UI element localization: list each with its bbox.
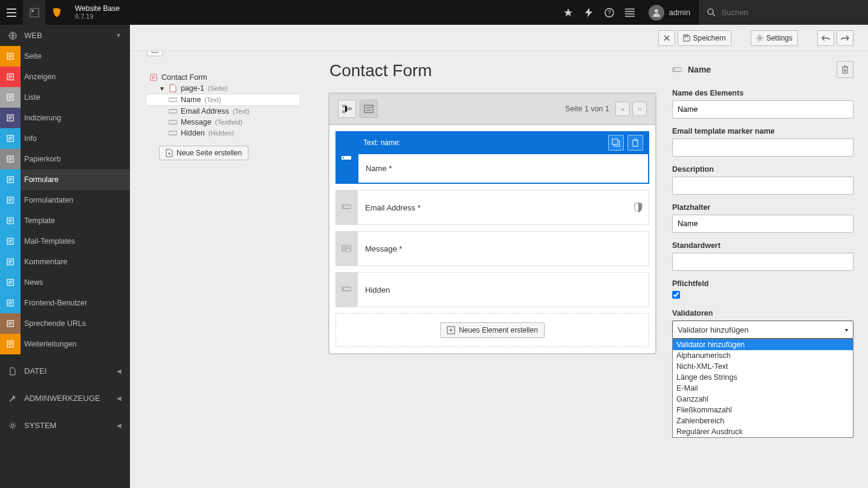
sidebar-item[interactable]: News — [0, 272, 130, 293]
sidebar-item[interactable]: Template — [0, 210, 130, 231]
sidebar-item[interactable]: Seite — [0, 46, 130, 67]
tree-item-label: Email Address — [181, 107, 229, 115]
svg-rect-40 — [343, 288, 344, 290]
search-input[interactable] — [722, 8, 860, 17]
drag-handle[interactable] — [335, 190, 357, 225]
element-name-input[interactable] — [672, 100, 853, 119]
sidebar-section-admin[interactable]: ADMINWERKZEUGE ◀ — [0, 388, 130, 409]
drag-handle[interactable] — [335, 231, 357, 266]
drag-handle[interactable] — [335, 131, 357, 184]
sidebar-item[interactable]: Formulardaten — [0, 190, 130, 210]
tree-page-type: (Seite) — [208, 85, 227, 92]
sidebar-item[interactable]: Info — [0, 128, 130, 149]
validator-option[interactable]: Fließkommazahl — [673, 405, 853, 415]
tree-view-icon — [342, 105, 352, 113]
sidebar-item[interactable]: Mail-Templates — [0, 231, 130, 252]
undo-button[interactable] — [817, 30, 834, 46]
sidebar-item-label: Formulare — [21, 175, 59, 184]
tree-item[interactable]: Hidden (Hidden) — [147, 128, 299, 138]
new-page-button[interactable]: Neue Seite erstellen — [159, 146, 248, 160]
save-button[interactable]: Speichern — [678, 30, 731, 46]
tree-item[interactable]: Message (Textfeld) — [147, 117, 299, 128]
default-input[interactable] — [672, 253, 853, 271]
field-icon — [169, 118, 177, 126]
close-button[interactable] — [658, 30, 675, 46]
user-menu[interactable]: admin — [640, 5, 699, 21]
form-element[interactable]: Email Address * — [335, 190, 649, 225]
inspector-delete-button[interactable] — [837, 61, 853, 78]
chevron-down-icon: ▾ — [845, 327, 848, 333]
cache-button[interactable] — [578, 0, 599, 25]
validator-option[interactable]: Länge des Strings — [673, 372, 853, 383]
chevron-left-icon: ◀ — [117, 395, 121, 402]
sidebar-item[interactable]: Frontend-Benutzer — [0, 293, 130, 313]
form-element-selected[interactable]: Text: name: — [335, 131, 649, 184]
tree-root[interactable]: Contact Form — [147, 72, 299, 83]
validator-option[interactable]: Alphanumerisch — [673, 350, 853, 361]
user-label: admin — [669, 8, 690, 17]
sidebar-item[interactable]: Papierkorb — [0, 149, 130, 169]
sidebar-item-label: Anzeigen — [21, 73, 56, 81]
delete-element-button[interactable] — [627, 135, 643, 151]
marker-input[interactable] — [672, 138, 853, 157]
element-head-label: Text: name: — [363, 138, 401, 147]
placeholder-input[interactable] — [672, 215, 853, 233]
svg-rect-23 — [169, 98, 177, 102]
redo-button[interactable] — [837, 30, 853, 46]
sidebar-section-web[interactable]: WEB ▼ — [0, 25, 130, 46]
globe-icon — [8, 31, 17, 40]
sidebar-item[interactable]: Sprechende URLs — [0, 313, 130, 334]
required-checkbox[interactable] — [672, 291, 680, 299]
validator-option[interactable]: Validator hinzufügen — [673, 339, 853, 350]
module-icon — [0, 231, 21, 252]
pager-prev-button[interactable]: « — [615, 102, 630, 116]
sidebar-section-system[interactable]: SYSTEM ◀ — [0, 415, 130, 436]
sidebar-item[interactable]: Formulare — [0, 169, 130, 190]
sidebar-item[interactable]: Weiterleitungen — [0, 334, 130, 354]
field-type-icon — [342, 245, 351, 252]
validator-option[interactable]: E-Mail — [673, 383, 853, 394]
brand-logo[interactable] — [45, 0, 68, 25]
tree-item[interactable]: Email Address (Text) — [147, 106, 299, 117]
validator-select[interactable]: Validator hinzufügen ▾ Validator hinzufü… — [672, 320, 853, 339]
form-icon — [149, 73, 158, 82]
sidebar-item[interactable]: Liste — [0, 87, 130, 108]
module-icon — [0, 108, 21, 128]
new-after-button[interactable] — [608, 135, 624, 151]
insert-icon — [612, 138, 620, 147]
collapse-icon[interactable]: ▼ — [159, 85, 165, 92]
sidebar-item[interactable]: Kommentare — [0, 252, 130, 272]
tree-item[interactable]: Name (Text) — [147, 94, 299, 106]
element-label: Email Address * — [365, 203, 421, 212]
description-input[interactable] — [672, 177, 853, 195]
sidebar-item[interactable]: Indizierung — [0, 108, 130, 128]
new-element-button[interactable]: Neues Element erstellen — [440, 322, 545, 338]
help-button[interactable]: ? — [599, 0, 620, 25]
validator-option[interactable]: Ganzzahl — [673, 394, 853, 405]
drag-handle[interactable] — [335, 272, 357, 307]
pager-next-button[interactable]: » — [632, 102, 647, 116]
tree-view-button[interactable] — [338, 100, 356, 118]
sidebar-section-file[interactable]: DATEI ◀ — [0, 360, 130, 382]
settings-button[interactable]: Settings — [751, 30, 798, 46]
tree-page[interactable]: ▼ page-1 (Seite) — [147, 83, 299, 94]
bookmarks-button[interactable] — [558, 0, 578, 25]
svg-point-22 — [11, 424, 15, 427]
module-icon — [30, 8, 39, 18]
field-icon — [169, 96, 177, 104]
validator-option[interactable]: Nicht-XML-Text — [673, 361, 853, 372]
sidebar-item-label: Sprechende URLs — [21, 319, 86, 328]
sidebar-item[interactable]: Anzeigen — [0, 67, 130, 87]
abstract-view-button[interactable] — [360, 100, 378, 118]
context-icon[interactable] — [23, 0, 45, 25]
app-button[interactable] — [620, 0, 640, 25]
search-box[interactable] — [699, 0, 868, 25]
close-icon — [664, 35, 670, 41]
search-icon — [707, 8, 716, 17]
menu-toggle-button[interactable] — [0, 0, 23, 25]
validator-option[interactable]: Zahlenbereich — [673, 415, 853, 426]
form-element[interactable]: Message * — [335, 231, 649, 266]
required-label: Pflichtfeld — [672, 279, 853, 288]
form-element[interactable]: Hidden — [335, 272, 649, 307]
validator-option[interactable]: Regulärer Ausdruck — [673, 426, 853, 437]
